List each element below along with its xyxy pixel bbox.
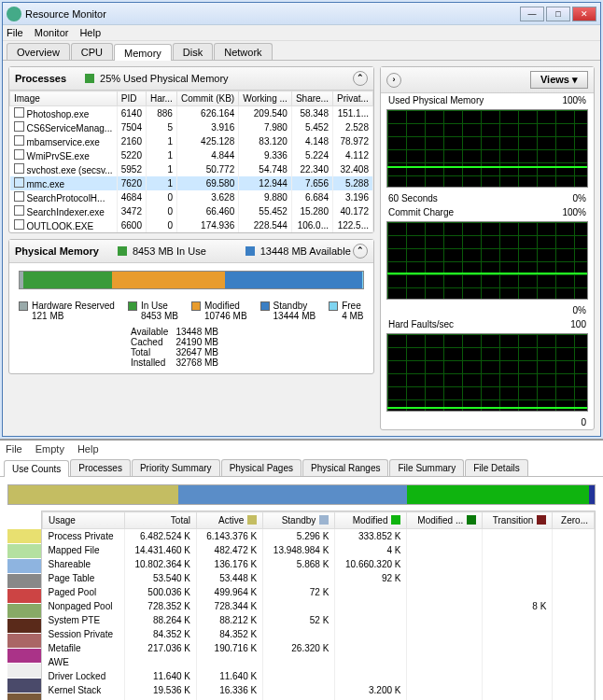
row-color — [7, 604, 41, 619]
checkbox[interactable] — [14, 149, 24, 160]
rm-row[interactable]: Session Private84.352 K84.352 K — [43, 627, 595, 641]
graph-title: Used Physical Memory100% — [381, 93, 594, 107]
process-row[interactable]: SearchIndexer.exe3472066.46055.45215.280… — [10, 204, 373, 218]
rm-col-header[interactable]: Usage — [43, 512, 125, 529]
graph-caption: 60 Seconds0% — [381, 193, 594, 205]
rm-row[interactable]: System PTE88.264 K88.212 K52 K — [43, 613, 595, 627]
rm-tab[interactable]: Use Counts — [4, 460, 69, 477]
rm-col-header[interactable]: Total — [124, 512, 196, 529]
row-color — [7, 664, 41, 679]
rm-row[interactable]: Paged Pool500.036 K499.964 K72 K — [43, 585, 595, 599]
menu-help[interactable]: Help — [79, 27, 101, 38]
rm-menu-help[interactable]: Help — [77, 443, 99, 455]
graphs-panel: › Views ▾ Used Physical Memory100% 60 Se… — [380, 66, 595, 430]
maximize-button[interactable]: □ — [546, 7, 570, 21]
rm-row[interactable]: Mapped File14.431.460 K482.472 K13.948.9… — [43, 543, 595, 557]
tab-disk[interactable]: Disk — [173, 43, 213, 60]
process-row[interactable]: WmiPrvSE.exe522014.8449.3365.2244.112 — [10, 148, 373, 162]
tab-overview[interactable]: Overview — [7, 43, 70, 60]
col-header[interactable]: Image — [10, 91, 118, 106]
memory-bar — [19, 271, 364, 289]
rm-col-header[interactable]: Zero... — [553, 512, 595, 529]
rm-row[interactable]: Shareable10.802.364 K136.176 K5.868 K10.… — [43, 557, 595, 571]
rm-tab[interactable]: Processes — [70, 459, 131, 476]
rm-col-header[interactable]: Active — [196, 512, 262, 529]
rammap-tabs: Use CountsProcessesPriority SummaryPhysi… — [0, 457, 603, 477]
process-row[interactable]: SearchProtocolH...468403.6289.8806.6843.… — [10, 190, 373, 204]
process-row[interactable]: svchost.exe (secsv...5952150.77254.74822… — [10, 162, 373, 176]
process-row[interactable]: OUTLOOK.EXE66000174.936228.544106.0...12… — [10, 218, 373, 232]
rm-row[interactable]: Driver Locked11.640 K11.640 K — [43, 669, 595, 683]
graph — [386, 109, 588, 188]
graph-caption: 0% — [381, 305, 594, 317]
checkbox[interactable] — [14, 205, 24, 216]
col-header[interactable]: Share... — [291, 91, 332, 106]
minimize-button[interactable]: — — [520, 7, 544, 21]
rm-row[interactable]: Page Table53.540 K53.448 K92 K — [43, 571, 595, 585]
tab-cpu[interactable]: CPU — [71, 43, 113, 60]
tab-network[interactable]: Network — [214, 43, 272, 60]
rm-tab[interactable]: Priority Summary — [132, 459, 220, 476]
inuse-color — [118, 246, 127, 256]
row-color — [7, 679, 41, 693]
rm-row[interactable]: Process Private6.482.524 K6.143.376 K5.2… — [43, 529, 595, 544]
process-row[interactable]: mmc.exe7620169.58012.9447.6565.288 — [10, 176, 373, 190]
rammap-window: File Empty Help Use CountsProcessesPrior… — [0, 439, 603, 700]
legend-item: Hardware Reserved121 MB — [19, 301, 115, 321]
row-color — [7, 529, 41, 544]
rm-row[interactable]: AWE — [43, 655, 595, 669]
legend-item: Modified10746 MB — [191, 301, 247, 321]
processes-table[interactable]: ImagePIDHar...Commit (KB)Working ...Shar… — [9, 91, 373, 232]
rm-tab[interactable]: Physical Ranges — [302, 459, 388, 476]
tab-memory[interactable]: Memory — [114, 44, 172, 61]
rm-row[interactable]: Nonpaged Pool728.352 K728.344 K8 K — [43, 599, 595, 613]
rm-col-header[interactable]: Modified — [335, 512, 407, 529]
legend-item: In Use8453 MB — [128, 301, 178, 321]
rm-tab[interactable]: File Summary — [389, 459, 464, 476]
collapse-graphs-icon[interactable]: › — [386, 73, 401, 88]
processes-title: Processes — [15, 73, 66, 84]
row-color — [7, 544, 41, 559]
graph-caption: 0 — [381, 417, 594, 429]
checkbox[interactable] — [14, 177, 24, 188]
process-row[interactable]: mbamservice.exe21601425.12883.1204.14878… — [10, 134, 373, 148]
views-button[interactable]: Views ▾ — [530, 71, 588, 89]
collapse-icon[interactable]: ⌃ — [353, 71, 368, 86]
rm-menu-file[interactable]: File — [6, 443, 22, 455]
rm-row[interactable]: Kernel Stack19.536 K16.336 K3.200 K — [43, 683, 595, 697]
rm-col-header[interactable]: Standby — [263, 512, 335, 529]
checkbox[interactable] — [14, 107, 24, 118]
use-colorbar — [7, 484, 596, 505]
menubar: File Monitor Help — [3, 25, 600, 41]
process-row[interactable]: Photoshop.exe6140886626.164209.54058.348… — [10, 106, 373, 121]
col-header[interactable]: Working ... — [239, 91, 292, 106]
graph-title: Commit Charge100% — [381, 205, 594, 219]
rm-col-header[interactable]: Transition — [483, 512, 553, 529]
status-color-box — [85, 74, 94, 83]
close-button[interactable]: ✕ — [572, 7, 596, 21]
row-color — [7, 634, 41, 649]
col-header[interactable]: Har... — [147, 91, 177, 106]
legend-item: Standby13444 MB — [260, 301, 316, 321]
rammap-grid[interactable]: UsageTotalActiveStandbyModifiedModified … — [41, 511, 596, 700]
rm-col-header[interactable]: Modified ... — [407, 512, 483, 529]
rm-menu-empty[interactable]: Empty — [35, 443, 64, 455]
rm-tab[interactable]: Physical Pages — [221, 459, 302, 476]
titlebar[interactable]: Resource Monitor — □ ✕ — [3, 3, 600, 25]
menu-monitor[interactable]: Monitor — [35, 27, 69, 38]
row-color — [7, 559, 41, 574]
collapse-icon[interactable]: ⌃ — [353, 244, 368, 259]
avail-label: 13448 MB Available — [260, 245, 351, 257]
rm-tab[interactable]: File Details — [465, 459, 527, 476]
col-header[interactable]: PID — [117, 91, 146, 106]
menu-file[interactable]: File — [7, 27, 23, 38]
checkbox[interactable] — [14, 163, 24, 174]
process-row[interactable]: CS6ServiceManag...750453.9167.9805.4522.… — [10, 120, 373, 134]
col-header[interactable]: Privat... — [333, 91, 373, 106]
checkbox[interactable] — [14, 191, 24, 202]
col-header[interactable]: Commit (KB) — [176, 91, 238, 106]
checkbox[interactable] — [14, 121, 24, 132]
rm-row[interactable]: Metafile217.036 K190.716 K26.320 K — [43, 641, 595, 655]
checkbox[interactable] — [14, 219, 24, 230]
checkbox[interactable] — [14, 135, 24, 146]
